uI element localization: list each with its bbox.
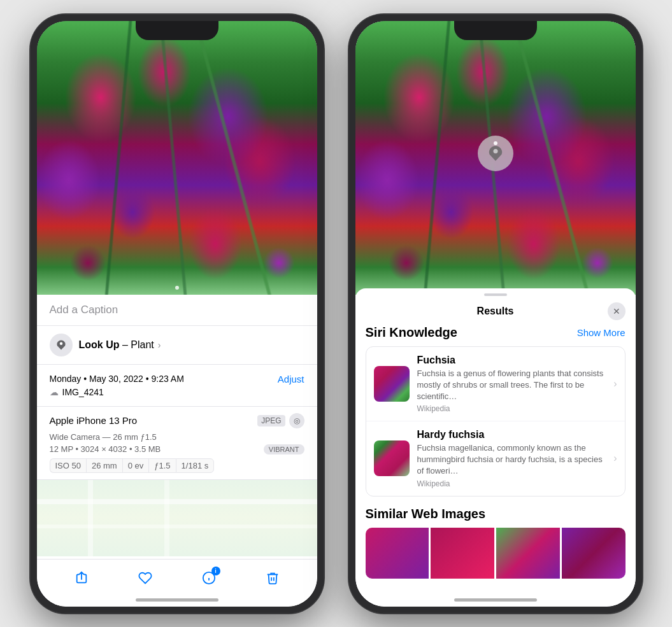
similar-image-1[interactable] bbox=[366, 528, 429, 579]
fuchsia-desc: Fuchsia is a genus of flowering plants t… bbox=[417, 368, 606, 403]
svg-point-5 bbox=[493, 149, 497, 153]
camera-info: Wide Camera — 26 mm ƒ1.5 bbox=[50, 432, 304, 442]
page-dot bbox=[175, 286, 179, 290]
visual-lookup-dot bbox=[494, 141, 497, 145]
filter-badge: VIBRANT bbox=[264, 444, 304, 454]
info-badge: i bbox=[211, 567, 220, 575]
left-phone-frame: Add a Caption Look Up – Plant › bbox=[31, 15, 324, 613]
fuchsia-thumbnail bbox=[374, 366, 410, 402]
right-screen: Results ✕ Siri Knowledge Show More bbox=[355, 21, 636, 607]
badges: JPEG ◎ bbox=[257, 413, 304, 428]
device-row: Apple iPhone 13 Pro JPEG ◎ bbox=[50, 413, 304, 428]
fuchsia-chevron-icon: › bbox=[613, 378, 617, 390]
cloud-icon: ☁ bbox=[50, 387, 59, 397]
results-title: Results bbox=[383, 306, 608, 317]
right-power-button bbox=[641, 148, 642, 206]
look-up-section[interactable]: Look Up – Plant › bbox=[37, 326, 317, 365]
right-home-indicator bbox=[454, 598, 537, 602]
mp-text: 12 MP • 3024 × 4032 • 3.5 MB bbox=[50, 444, 161, 454]
right-mute-button bbox=[349, 116, 350, 142]
results-panel: Results ✕ Siri Knowledge Show More bbox=[355, 288, 636, 607]
device-name: Apple iPhone 13 Pro bbox=[50, 415, 138, 426]
hardy-text: Hardy fuchsia Fuchsia magellanica, commo… bbox=[417, 429, 606, 488]
similar-header: Similar Web Images bbox=[366, 507, 626, 521]
similar-section: Similar Web Images bbox=[366, 507, 626, 579]
favorite-button[interactable] bbox=[132, 565, 158, 591]
svg-point-0 bbox=[59, 342, 62, 345]
hardy-thumb-image bbox=[374, 440, 410, 476]
right-volume-down-button bbox=[349, 196, 350, 234]
fuchsia-thumb-image bbox=[374, 366, 410, 402]
mp-row: 12 MP • 3024 × 4032 • 3.5 MB VIBRANT bbox=[50, 444, 304, 454]
photo-view[interactable] bbox=[37, 21, 317, 295]
close-button[interactable]: ✕ bbox=[608, 302, 626, 320]
left-phone-screen: Add a Caption Look Up – Plant › bbox=[37, 21, 317, 607]
info-button[interactable]: i bbox=[196, 565, 222, 591]
meta-filename: IMG_4241 bbox=[62, 387, 104, 397]
mute-button bbox=[31, 116, 31, 142]
look-up-row[interactable]: Look Up – Plant › bbox=[50, 334, 304, 356]
results-content: Siri Knowledge Show More Fuchsia bbox=[355, 325, 636, 607]
look-up-text: Look Up – Plant › bbox=[79, 339, 161, 351]
caption-placeholder[interactable]: Add a Caption bbox=[50, 304, 118, 316]
meta-section: Monday • May 30, 2022 • 9:23 AM Adjust ☁… bbox=[37, 365, 317, 407]
similar-title: Similar Web Images bbox=[366, 507, 486, 521]
power-button bbox=[323, 148, 324, 206]
hardy-name: Hardy fuchsia bbox=[417, 429, 606, 440]
hardy-thumbnail bbox=[374, 440, 410, 476]
meta-row: Monday • May 30, 2022 • 9:23 AM Adjust bbox=[50, 374, 304, 384]
format-badge: JPEG bbox=[257, 415, 285, 426]
show-more-button[interactable]: Show More bbox=[577, 327, 626, 338]
exif-row: ISO 50 26 mm 0 ev ƒ1.5 1/181 s bbox=[50, 458, 304, 473]
adjust-button[interactable]: Adjust bbox=[278, 374, 304, 384]
hardy-chevron-icon: › bbox=[613, 453, 617, 464]
exif-aperture: ƒ1.5 bbox=[148, 458, 175, 473]
share-button[interactable] bbox=[69, 565, 94, 591]
flower-stems bbox=[37, 21, 317, 295]
right-notch bbox=[454, 21, 537, 40]
home-indicator bbox=[136, 598, 218, 602]
device-section: Apple iPhone 13 Pro JPEG ◎ Wide Camera —… bbox=[37, 407, 317, 480]
knowledge-card: Fuchsia Fuchsia is a genus of flowering … bbox=[366, 346, 626, 497]
fuchsia-source: Wikipedia bbox=[417, 404, 606, 413]
location-icon: ◎ bbox=[289, 413, 304, 428]
similar-images bbox=[366, 528, 626, 579]
results-header: Results ✕ bbox=[355, 296, 636, 325]
right-phone-frame: Results ✕ Siri Knowledge Show More bbox=[349, 15, 642, 613]
fuchsia-name: Fuchsia bbox=[417, 355, 606, 366]
meta-date: Monday • May 30, 2022 • 9:23 AM bbox=[50, 374, 184, 384]
delete-button[interactable] bbox=[260, 565, 285, 591]
hardy-desc: Fuchsia magellanica, commonly known as t… bbox=[417, 442, 606, 477]
exif-focal: 26 mm bbox=[86, 458, 122, 473]
caption-area[interactable]: Add a Caption bbox=[37, 295, 317, 326]
right-photo-view bbox=[355, 21, 636, 295]
similar-image-2[interactable] bbox=[431, 528, 494, 579]
knowledge-item-fuchsia[interactable]: Fuchsia Fuchsia is a genus of flowering … bbox=[366, 347, 625, 422]
meta-filename-row: ☁ IMG_4241 bbox=[50, 387, 304, 397]
right-volume-up-button bbox=[349, 151, 350, 190]
siri-knowledge-title: Siri Knowledge bbox=[366, 325, 457, 340]
phones-container: Add a Caption Look Up – Plant › bbox=[31, 15, 642, 613]
exif-iso: ISO 50 bbox=[50, 458, 86, 473]
knowledge-item-hardy[interactable]: Hardy fuchsia Fuchsia magellanica, commo… bbox=[366, 421, 625, 496]
map-preview[interactable] bbox=[37, 480, 317, 556]
volume-down-button bbox=[31, 196, 31, 234]
similar-image-3[interactable] bbox=[496, 528, 560, 579]
similar-image-4[interactable] bbox=[562, 528, 626, 579]
notch bbox=[136, 21, 218, 40]
look-up-icon bbox=[50, 334, 73, 356]
right-phone-screen: Results ✕ Siri Knowledge Show More bbox=[355, 21, 636, 607]
exif-shutter: 1/181 s bbox=[176, 458, 215, 473]
exif-ev: 0 ev bbox=[122, 458, 149, 473]
fuchsia-text: Fuchsia Fuchsia is a genus of flowering … bbox=[417, 355, 606, 414]
siri-knowledge-header: Siri Knowledge Show More bbox=[366, 325, 626, 340]
volume-up-button bbox=[31, 151, 31, 190]
hardy-source: Wikipedia bbox=[417, 479, 606, 488]
